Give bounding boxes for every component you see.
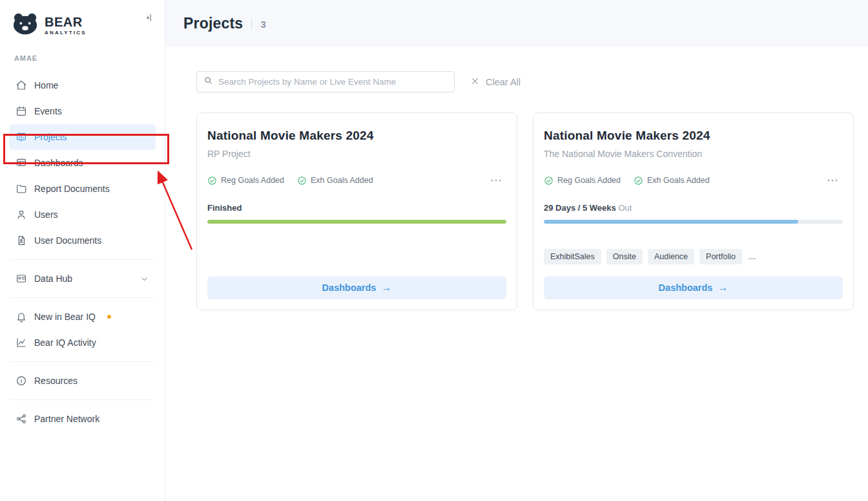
page-title: Projects [183,15,243,32]
network-icon [16,413,27,425]
search-input[interactable] [218,77,448,87]
project-card: National Movie Makers 2024 RP Project Re… [196,112,517,310]
project-subtitle: RP Project [207,149,506,159]
page-header: Projects 3 [165,0,868,47]
sidebar-item-dashboards[interactable]: Dashboards [9,150,156,176]
project-tag[interactable]: Onsite [606,249,643,264]
sidebar-item-label: Report Documents [34,184,110,194]
project-card: National Movie Makers 2024 The National … [533,112,854,310]
sidebar-item-label: Data Hub [34,273,72,284]
org-label: AMAE [14,54,156,62]
dashboards-button[interactable]: Dashboards → [544,276,843,299]
status-text: 29 Days / 5 Weeks [544,203,616,213]
sidebar-nav: Home Events Projects Dashboards [9,72,156,432]
sidebar-item-label: Resources [34,376,78,386]
info-icon [16,375,27,387]
sidebar-item-label: New in Bear IQ [34,312,96,322]
check-circle-icon [207,176,217,186]
sidebar-item-users[interactable]: Users [9,202,156,228]
logo-title: BEAR [45,16,87,28]
bear-analytics-logo: BEAR ANALYTICS [12,12,87,39]
bell-icon [16,311,27,323]
project-title: National Movie Makers 2024 [207,129,506,143]
main-area: Projects 3 Clear All [165,0,868,501]
sidebar: BEAR ANALYTICS AMAE Home Events [0,0,165,501]
home-icon [16,80,27,91]
clear-all-label: Clear All [486,77,521,87]
sidebar-item-label: Projects [34,132,67,142]
logo-subtitle: ANALYTICS [45,30,87,36]
sidebar-item-label: Users [34,209,58,220]
badge-row: Reg Goals Added Exh Goals Added ⋯ [544,175,843,186]
status-suffix: Out [618,203,632,213]
activity-chart-icon [16,337,27,348]
sidebar-divider [10,361,154,362]
logo-row: BEAR ANALYTICS [9,12,156,39]
sidebar-item-user-documents[interactable]: User Documents [9,228,156,253]
sidebar-item-label: Partner Network [34,414,99,424]
logo-text: BEAR ANALYTICS [45,16,87,36]
dashboards-icon [16,157,27,169]
notification-dot [107,315,111,319]
badge-row: Reg Goals Added Exh Goals Added ⋯ [207,175,506,186]
close-icon [470,76,480,88]
data-hub-icon [16,273,27,284]
check-circle-icon [634,176,643,186]
status-text: Finished [207,203,242,213]
arrow-right-icon: → [381,282,391,293]
tags-row [207,248,506,264]
sidebar-item-label: Bear IQ Activity [34,337,96,348]
sidebar-item-resources[interactable]: Resources [9,368,156,394]
sidebar-item-events[interactable]: Events [9,98,156,124]
toolbar: Clear All [196,71,854,92]
clear-all-button[interactable]: Clear All [470,76,521,88]
search-box [196,71,455,92]
project-tag[interactable]: ExhibitSales [544,249,601,264]
document-icon [16,235,27,246]
projects-icon [16,131,27,143]
card-menu-button[interactable]: ⋯ [490,175,506,186]
collapse-sidebar-icon[interactable] [143,13,153,25]
project-cards: National Movie Makers 2024 RP Project Re… [196,112,854,310]
calendar-icon [16,105,27,117]
sidebar-item-projects[interactable]: Projects [9,124,156,150]
sidebar-item-bear-iq-activity[interactable]: Bear IQ Activity [9,330,156,356]
exh-goals-badge: Exh Goals Added [297,176,373,186]
sidebar-item-report-documents[interactable]: Report Documents [9,176,156,202]
sidebar-item-label: Home [34,80,58,91]
progress-bar [544,220,843,224]
card-menu-button[interactable]: ⋯ [827,175,843,186]
sidebar-divider [10,259,154,260]
project-status: Finished [207,203,506,213]
users-icon [16,209,27,220]
sidebar-item-partner-network[interactable]: Partner Network [9,406,156,432]
folder-icon [16,183,27,195]
sidebar-item-new-in-bear-iq[interactable]: New in Bear IQ [9,304,156,330]
sidebar-item-label: User Documents [34,235,101,246]
dashboards-button[interactable]: Dashboards → [207,276,506,299]
sidebar-item-data-hub[interactable]: Data Hub [9,266,156,292]
progress-bar [207,220,506,224]
arrow-right-icon: → [718,282,728,293]
sidebar-divider [10,400,154,400]
progress-fill [207,220,506,224]
project-title: National Movie Makers 2024 [544,129,843,143]
exh-goals-badge: Exh Goals Added [634,176,710,186]
sidebar-item-label: Events [34,106,62,116]
check-circle-icon [544,176,553,186]
projects-count: 3 [260,17,265,30]
sidebar-item-home[interactable]: Home [9,72,156,98]
reg-goals-badge: Reg Goals Added [544,176,621,186]
count-separator [251,18,252,29]
sidebar-divider [10,297,154,298]
more-tags-indicator: ... [749,251,756,261]
project-subtitle: The National Movie Makers Convention [544,149,843,159]
bear-logo-icon [12,12,39,39]
search-icon [203,76,213,88]
project-tag[interactable]: Audience [648,249,694,264]
progress-fill [544,220,798,224]
project-status: 29 Days / 5 Weeks Out [544,203,843,213]
project-tag[interactable]: Portfolio [699,249,742,264]
content-panel: Clear All National Movie Makers 2024 RP … [165,47,868,501]
check-circle-icon [297,176,307,186]
